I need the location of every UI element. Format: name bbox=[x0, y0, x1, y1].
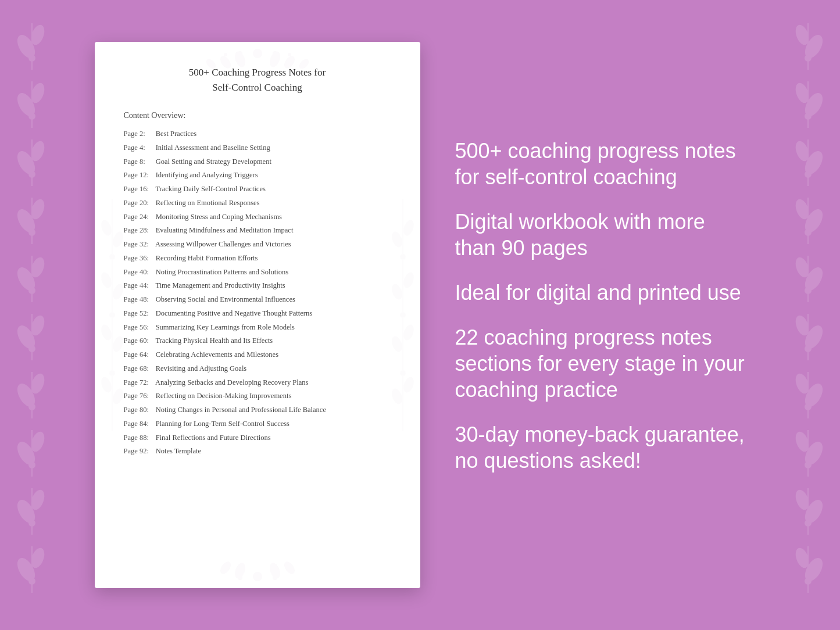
svg-point-91 bbox=[253, 572, 262, 581]
toc-item: Page 60: Tracking Physical Health and It… bbox=[124, 335, 391, 346]
feature-text: Digital workbook with more than 90 pages bbox=[455, 209, 746, 261]
toc-item: Page 32: Assessing Willpower Challenges … bbox=[124, 239, 391, 250]
toc-title: Initial Assessment and Baseline Setting bbox=[154, 144, 270, 152]
svg-point-101 bbox=[101, 271, 113, 289]
svg-point-102 bbox=[110, 282, 123, 301]
toc-page-number: Page 28: bbox=[124, 225, 154, 236]
toc-page-number: Page 48: bbox=[124, 294, 154, 305]
feature-feat4: 22 coaching progress notes sections for … bbox=[455, 324, 746, 403]
toc-title: Celebrating Achievements and Milestones bbox=[154, 350, 279, 359]
toc-title: Noting Changes in Personal and Professio… bbox=[154, 406, 326, 414]
toc-title: Noting Procrastination Patterns and Solu… bbox=[154, 268, 289, 276]
toc-title: Time Management and Productivity Insight… bbox=[154, 281, 285, 289]
svg-point-120 bbox=[400, 312, 406, 318]
svg-point-95 bbox=[282, 560, 296, 576]
toc-title: Summarizing Key Learnings from Role Mode… bbox=[154, 323, 295, 331]
feature-feat3: Ideal for digital and printed use bbox=[455, 280, 746, 306]
toc-title: Notes Template bbox=[154, 447, 202, 455]
svg-point-115 bbox=[401, 323, 414, 342]
toc-title: Tracking Physical Health and Its Effects bbox=[154, 337, 273, 345]
toc-item: Page 8: Goal Setting and Strategy Develo… bbox=[124, 156, 391, 167]
toc-item: Page 16: Tracking Daily Self-Control Pra… bbox=[124, 184, 391, 195]
toc-page-number: Page 92: bbox=[124, 446, 154, 457]
svg-point-107 bbox=[109, 254, 115, 260]
svg-point-83 bbox=[218, 54, 233, 70]
toc-item: Page 2: Best Practices bbox=[124, 128, 391, 139]
svg-point-96 bbox=[238, 575, 242, 580]
toc-item: Page 64: Celebrating Achievements and Mi… bbox=[124, 349, 391, 360]
toc-item: Page 88: Final Reflections and Future Di… bbox=[124, 432, 391, 443]
document-card: 500+ Coaching Progress Notes for Self-Co… bbox=[95, 42, 420, 588]
toc-title: Identifying and Analyzing Triggers bbox=[154, 171, 258, 179]
toc-item: Page 56: Summarizing Key Learnings from … bbox=[124, 322, 391, 333]
svg-point-103 bbox=[101, 323, 113, 342]
toc-page-number: Page 44: bbox=[124, 280, 154, 291]
svg-point-121 bbox=[400, 370, 406, 376]
content-overview-label: Content Overview: bbox=[124, 111, 391, 120]
svg-point-94 bbox=[218, 560, 233, 576]
toc-title: Reflecting on Decision-Making Improvemen… bbox=[154, 392, 292, 400]
toc-page-number: Page 8: bbox=[124, 156, 154, 167]
toc-title: Tracking Daily Self-Control Practices bbox=[154, 185, 266, 193]
toc-page-number: Page 4: bbox=[124, 142, 154, 153]
toc-page-number: Page 36: bbox=[124, 253, 154, 264]
toc-item: Page 48: Observing Social and Environmen… bbox=[124, 294, 391, 305]
toc-item: Page 12: Identifying and Analyzing Trigg… bbox=[124, 170, 391, 181]
toc-title: Observing Social and Environmental Influ… bbox=[154, 295, 295, 303]
svg-point-117 bbox=[401, 375, 414, 394]
toc-item: Page 72: Analyzing Setbacks and Developi… bbox=[124, 377, 391, 388]
svg-point-104 bbox=[110, 335, 123, 353]
toc-title: Analyzing Setbacks and Developing Recove… bbox=[154, 378, 309, 386]
svg-point-90 bbox=[288, 53, 291, 56]
toc-title: Goal Setting and Strategy Development bbox=[154, 158, 271, 166]
toc-page-number: Page 68: bbox=[124, 363, 154, 374]
toc-title: Final Reflections and Future Directions bbox=[154, 434, 271, 442]
svg-point-109 bbox=[109, 370, 115, 376]
table-of-contents: Page 2: Best PracticesPage 4: Initial As… bbox=[124, 128, 391, 457]
feature-text: Ideal for digital and printed use bbox=[455, 280, 746, 306]
toc-item: Page 52: Documenting Positive and Negati… bbox=[124, 308, 391, 319]
toc-page-number: Page 80: bbox=[124, 405, 154, 416]
toc-item: Page 68: Revisiting and Adjusting Goals bbox=[124, 363, 391, 374]
feature-text: 22 coaching progress notes sections for … bbox=[455, 324, 746, 403]
toc-page-number: Page 56: bbox=[124, 322, 154, 333]
svg-point-119 bbox=[400, 254, 406, 260]
feature-feat1: 500+ coaching progress notes for self-co… bbox=[455, 138, 746, 190]
toc-page-number: Page 40: bbox=[124, 267, 154, 278]
feature-feat5: 30-day money-back guarantee, no question… bbox=[455, 421, 746, 474]
toc-page-number: Page 64: bbox=[124, 349, 154, 360]
toc-item: Page 44: Time Management and Productivit… bbox=[124, 280, 391, 291]
svg-point-97 bbox=[273, 575, 277, 580]
toc-item: Page 76: Reflecting on Decision-Making I… bbox=[124, 391, 391, 402]
svg-point-87 bbox=[238, 51, 242, 56]
toc-page-number: Page 52: bbox=[124, 308, 154, 319]
svg-point-80 bbox=[253, 49, 262, 58]
toc-page-number: Page 76: bbox=[124, 391, 154, 402]
toc-title: Assessing Willpower Challenges and Victo… bbox=[154, 240, 291, 248]
svg-point-106 bbox=[110, 387, 123, 406]
toc-title: Best Practices bbox=[154, 130, 197, 138]
toc-item: Page 28: Evaluating Mindfulness and Medi… bbox=[124, 225, 391, 236]
toc-title: Documenting Positive and Negative Though… bbox=[154, 309, 313, 317]
toc-item: Page 92: Notes Template bbox=[124, 446, 391, 457]
toc-page-number: Page 16: bbox=[124, 184, 154, 195]
feature-text: 500+ coaching progress notes for self-co… bbox=[455, 138, 746, 190]
toc-item: Page 20: Reflecting on Emotional Respons… bbox=[124, 198, 391, 209]
svg-point-86 bbox=[297, 58, 310, 71]
toc-page-number: Page 88: bbox=[124, 432, 154, 443]
toc-title: Recording Habit Formation Efforts bbox=[154, 254, 258, 262]
toc-title: Revisiting and Adjusting Goals bbox=[154, 364, 247, 373]
svg-point-113 bbox=[401, 271, 414, 289]
toc-title: Evaluating Mindfulness and Meditation Im… bbox=[154, 226, 294, 234]
toc-page-number: Page 20: bbox=[124, 198, 154, 209]
svg-point-118 bbox=[391, 387, 404, 406]
toc-item: Page 80: Noting Changes in Personal and … bbox=[124, 405, 391, 416]
toc-item: Page 36: Recording Habit Formation Effor… bbox=[124, 253, 391, 264]
toc-title: Reflecting on Emotional Responses bbox=[154, 199, 260, 207]
toc-item: Page 40: Noting Procrastination Patterns… bbox=[124, 267, 391, 278]
svg-point-114 bbox=[391, 282, 404, 301]
svg-point-89 bbox=[224, 53, 227, 56]
toc-page-number: Page 2: bbox=[124, 128, 154, 139]
svg-point-111 bbox=[401, 219, 414, 237]
svg-point-88 bbox=[273, 51, 277, 56]
